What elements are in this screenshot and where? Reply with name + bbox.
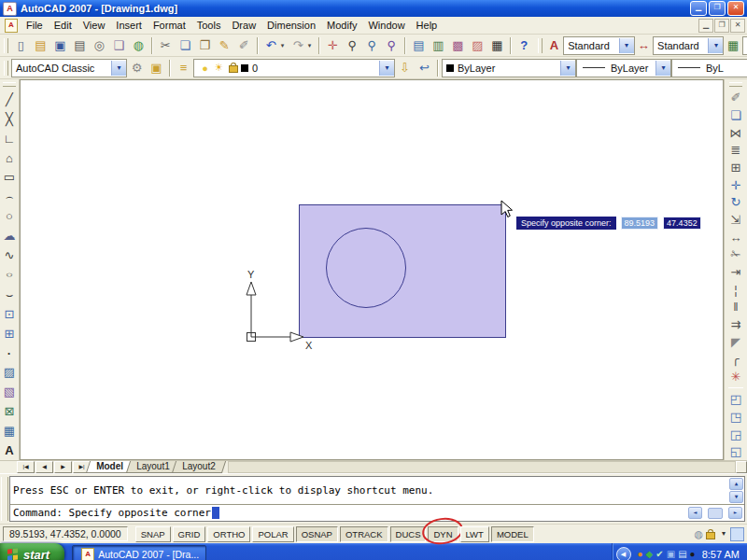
color-select[interactable]: ByLayer ▾: [442, 59, 576, 77]
explode-icon[interactable]: ✳: [726, 368, 745, 385]
menu-dimension[interactable]: Dimension: [261, 19, 321, 32]
line-icon[interactable]: ╱: [0, 90, 19, 109]
status-menu-arrow-icon[interactable]: ▾: [722, 530, 726, 538]
scroll-down-icon[interactable]: ▼: [729, 491, 743, 503]
zoom-realtime-icon[interactable]: ⚲: [343, 35, 362, 55]
join-icon[interactable]: ⇉: [726, 315, 745, 333]
scroll-up-icon[interactable]: ▲: [729, 478, 743, 490]
communication-center-icon[interactable]: ◍: [694, 529, 703, 539]
chevron-down-icon[interactable]: ▾: [111, 61, 126, 76]
ellipse-icon[interactable]: ○: [0, 265, 19, 285]
multiline-text-icon[interactable]: A: [0, 441, 19, 460]
table-style-select[interactable]: Standard: [742, 36, 747, 55]
table-style-icon[interactable]: ▦: [724, 35, 742, 55]
layer-previous-icon[interactable]: ↩: [415, 58, 434, 77]
arc-icon[interactable]: ⌢: [0, 187, 19, 206]
menu-view[interactable]: View: [78, 19, 111, 32]
network-tray-icon[interactable]: ▣: [667, 550, 675, 559]
match-properties-icon[interactable]: ✎: [215, 35, 234, 55]
erase-icon[interactable]: ✐: [726, 90, 745, 107]
restore-button[interactable]: ❐: [709, 1, 726, 16]
status-toggle-snap[interactable]: SNAP: [135, 526, 171, 542]
tab-nav-first[interactable]: |◀: [17, 461, 35, 473]
undo-icon[interactable]: ↶: [261, 35, 281, 55]
scroll-right-icon[interactable]: ►: [728, 507, 742, 519]
offset-icon[interactable]: ≣: [726, 141, 745, 159]
status-toggle-ducs[interactable]: DUCS: [390, 526, 427, 542]
clock-tray-icon[interactable]: ●: [690, 550, 696, 559]
menu-help[interactable]: Help: [411, 19, 444, 32]
start-button[interactable]: start: [0, 543, 64, 560]
zoom-previous-icon[interactable]: ⚲: [382, 35, 402, 55]
toolbar-grip[interactable]: [538, 38, 543, 53]
tabs-scroll-track[interactable]: [228, 461, 736, 473]
copy-icon[interactable]: ❏: [176, 35, 195, 55]
break-at-point-icon[interactable]: ¦: [726, 281, 745, 299]
toolbar-grip[interactable]: [4, 38, 8, 53]
command-window-grip[interactable]: [1, 477, 8, 521]
undo-dropdown-arrow[interactable]: ▾: [281, 42, 289, 49]
layer-color-swatch[interactable]: [241, 64, 248, 72]
extend-icon[interactable]: ⇥: [726, 263, 745, 281]
scale-icon[interactable]: ⇲: [726, 211, 745, 229]
status-toggle-lwt[interactable]: LWT: [460, 526, 489, 542]
security-tray-icon[interactable]: ✔: [655, 550, 663, 559]
cut-icon[interactable]: ✂: [156, 35, 176, 55]
gradient-icon[interactable]: ▧: [0, 382, 19, 401]
move-icon[interactable]: ✛: [726, 176, 745, 194]
hatch-icon[interactable]: ▨: [0, 363, 19, 383]
menu-format[interactable]: Format: [148, 19, 191, 32]
dyn-x-field[interactable]: 89.5193: [621, 217, 659, 230]
chevron-down-icon[interactable]: ▾: [655, 61, 670, 76]
send-to-back-icon[interactable]: ◳: [726, 408, 745, 426]
publish-web-icon[interactable]: ◍: [129, 35, 148, 55]
polygon-icon[interactable]: ⌂: [0, 148, 19, 168]
child-restore-button[interactable]: ❐: [714, 19, 729, 33]
status-toggle-grid[interactable]: GRID: [173, 526, 206, 542]
plot-preview-icon[interactable]: ◎: [90, 35, 109, 55]
update-tray-icon[interactable]: ●: [638, 550, 643, 559]
make-block-icon[interactable]: ⊞: [0, 324, 19, 343]
minimize-button[interactable]: ▁: [690, 1, 707, 16]
workspace-settings-icon[interactable]: ⚙: [127, 58, 147, 77]
workspace-select[interactable]: AutoCAD Classic ▾: [11, 59, 127, 77]
child-close-button[interactable]: ✕: [730, 19, 745, 33]
tab-nav-previous[interactable]: ◀: [35, 461, 53, 473]
status-toggle-ortho[interactable]: ORTHO: [207, 526, 250, 542]
menu-window[interactable]: Window: [362, 19, 410, 32]
table-icon[interactable]: ▦: [0, 421, 19, 441]
circle-entity[interactable]: [326, 228, 406, 308]
close-button[interactable]: ✕: [727, 1, 744, 16]
save-icon[interactable]: ▣: [50, 35, 70, 55]
tab-nav-next[interactable]: ▶: [54, 461, 72, 473]
construction-line-icon[interactable]: ╳: [0, 109, 19, 129]
ellipse-arc-icon[interactable]: ⌣: [0, 285, 19, 304]
open-icon[interactable]: ▤: [31, 35, 50, 55]
tool-palettes-icon[interactable]: ▩: [448, 35, 468, 55]
layer-properties-manager-icon[interactable]: ≡: [174, 58, 193, 77]
status-toggle-osnap[interactable]: OSNAP: [296, 526, 338, 542]
toolbar-grip[interactable]: [3, 82, 16, 87]
messenger-tray-icon[interactable]: ▤: [678, 550, 686, 559]
properties-palette-icon[interactable]: ▤: [409, 35, 429, 55]
tabs-scroll-end[interactable]: [736, 461, 747, 473]
child-minimize-button[interactable]: ▁: [698, 19, 713, 33]
tab-layout2[interactable]: Layout2: [172, 461, 226, 473]
status-toggle-dyn[interactable]: DYN: [428, 526, 458, 542]
text-style-select[interactable]: Standard ▾: [563, 36, 634, 55]
redo-dropdown-arrow[interactable]: ▾: [308, 42, 316, 49]
chamfer-icon[interactable]: ◤: [726, 333, 745, 351]
point-icon[interactable]: ·: [0, 343, 19, 363]
paste-icon[interactable]: ❐: [195, 35, 215, 55]
quickcalc-icon[interactable]: ▦: [487, 35, 507, 55]
stretch-icon[interactable]: ↔: [726, 229, 745, 246]
menu-insert[interactable]: Insert: [110, 19, 148, 32]
zoom-window-icon[interactable]: ⚲: [362, 35, 382, 55]
make-object-layer-current-icon[interactable]: ⇩: [395, 58, 415, 77]
toolbar-grip[interactable]: [729, 82, 742, 87]
layer-lock-icon[interactable]: [229, 65, 238, 73]
scrollbar-thumb[interactable]: [708, 508, 723, 519]
bring-above-objects-icon[interactable]: ◲: [726, 426, 745, 443]
dim-style-icon[interactable]: ↔: [635, 35, 654, 55]
circle-icon[interactable]: ○: [0, 206, 19, 226]
